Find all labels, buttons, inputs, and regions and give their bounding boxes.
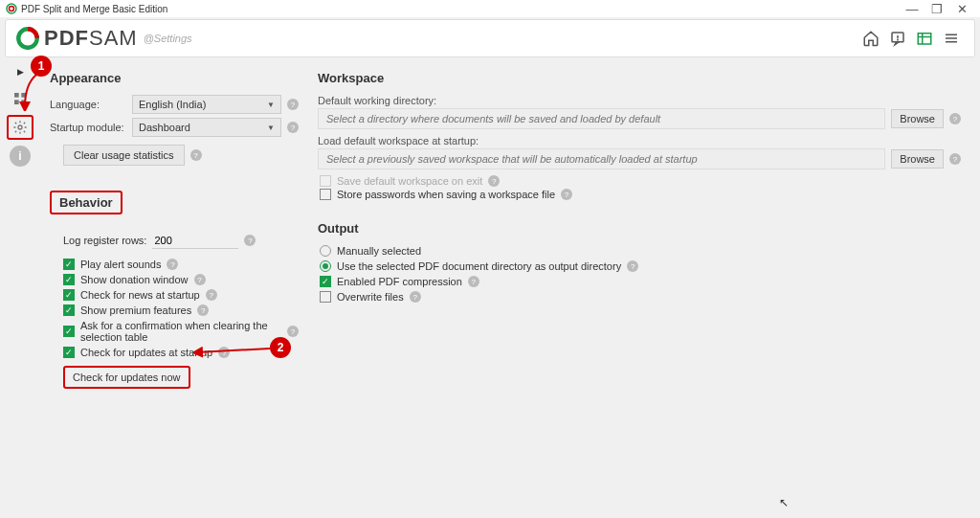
svg-point-0 (7, 4, 16, 13)
output-selected-dir-radio[interactable] (320, 260, 331, 272)
maximize-button[interactable]: ❐ (924, 2, 949, 16)
svg-rect-15 (21, 100, 26, 104)
window-titlebar: PDF Split and Merge Basic Edition — ❐ ✕ (0, 0, 980, 17)
language-label: Language: (50, 99, 126, 110)
window-title: PDF Split and Merge Basic Edition (21, 4, 900, 14)
overwrite-files-checkbox[interactable] (320, 291, 331, 303)
svg-rect-13 (21, 93, 26, 98)
settings-right-column: Workspace Default working directory: Bro… (318, 71, 970, 505)
save-on-exit-checkbox (320, 175, 331, 187)
chevron-down-icon: ▼ (267, 124, 275, 132)
updates-startup-label: Check for updates at startup (80, 347, 212, 358)
close-button[interactable]: ✕ (949, 2, 974, 16)
help-icon[interactable]: ? (218, 347, 230, 358)
logo-text-main: PDF (44, 26, 89, 50)
help-icon[interactable]: ? (488, 175, 500, 187)
help-icon[interactable]: ? (167, 259, 178, 270)
default-dir-input[interactable] (318, 108, 885, 129)
log-rows-label: Log register rows: (63, 235, 146, 246)
check-updates-now-button[interactable]: Check for updates now (63, 366, 190, 389)
app-icon (6, 3, 17, 14)
help-icon[interactable]: ? (410, 291, 421, 303)
overwrite-files-label: Overwrite files (337, 291, 404, 303)
workspace-title: Workspace (318, 71, 961, 85)
annotation-badge-2: 2 (270, 337, 291, 358)
startup-module-select[interactable]: Dashboard▼ (132, 118, 281, 137)
default-dir-label: Default working directory: (318, 95, 961, 106)
help-icon[interactable]: ? (206, 289, 217, 301)
output-title: Output (318, 221, 961, 236)
help-icon[interactable]: ? (244, 235, 256, 246)
settings-left-column: Appearance Language: English (India)▼ ? … (50, 71, 299, 505)
help-icon[interactable]: ? (287, 326, 299, 337)
donation-window-label: Show donation window (80, 274, 189, 285)
load-workspace-label: Load default workspace at startup: (318, 135, 961, 146)
browse-workspace-button[interactable]: Browse (891, 149, 944, 169)
appearance-title: Appearance (50, 71, 299, 85)
annotation-badge-1: 1 (31, 56, 52, 77)
help-icon[interactable]: ? (287, 122, 299, 133)
updates-startup-checkbox[interactable]: ✓ (63, 347, 75, 358)
browse-dir-button[interactable]: Browse (891, 109, 944, 128)
pdf-compression-label: Enabled PDF compression (337, 276, 462, 287)
help-icon[interactable]: ? (949, 153, 961, 165)
news-button[interactable] (911, 25, 938, 52)
svg-point-16 (18, 125, 22, 129)
help-icon[interactable]: ? (197, 304, 209, 316)
svg-rect-6 (918, 34, 931, 44)
sidebar-info-button[interactable]: i (7, 144, 33, 169)
logo-icon (15, 26, 40, 51)
chevron-down-icon: ▼ (267, 101, 275, 109)
breadcrumb: @Settings (144, 33, 192, 44)
save-on-exit-label: Save default workspace on exit (337, 175, 482, 187)
home-button[interactable] (858, 25, 884, 52)
output-selected-dir-label: Use the selected PDF document directory … (337, 260, 621, 272)
pdf-compression-checkbox[interactable]: ✓ (320, 276, 331, 287)
premium-features-label: Show premium features (80, 304, 191, 316)
sidebar-expand-icon[interactable]: ▶ (17, 67, 24, 77)
log-rows-input[interactable] (152, 232, 238, 249)
sidebar-settings-button[interactable] (7, 115, 33, 140)
load-workspace-input[interactable] (318, 148, 885, 169)
svg-point-1 (10, 7, 14, 11)
play-sounds-checkbox[interactable]: ✓ (63, 259, 75, 270)
store-passwords-checkbox[interactable] (320, 189, 331, 200)
svg-rect-12 (14, 93, 19, 98)
premium-features-checkbox[interactable]: ✓ (63, 304, 75, 316)
help-icon[interactable]: ? (949, 113, 961, 124)
minimize-button[interactable]: — (900, 2, 924, 16)
help-icon[interactable]: ? (561, 189, 572, 200)
output-manual-label: Manually selected (337, 245, 421, 257)
svg-rect-14 (14, 100, 19, 104)
app-header: PDFSAM @Settings (5, 19, 975, 57)
donation-window-checkbox[interactable]: ✓ (63, 274, 75, 285)
output-manual-radio[interactable] (320, 245, 331, 257)
store-passwords-label: Store passwords when saving a workspace … (337, 189, 555, 200)
cursor-icon: ↖ (779, 496, 789, 509)
sidebar-dashboard-button[interactable] (7, 86, 33, 111)
play-sounds-label: Play alert sounds (80, 259, 161, 270)
behavior-title: Behavior (50, 191, 122, 214)
clear-usage-stats-button[interactable]: Clear usage statistics (63, 145, 185, 166)
check-news-label: Check for news at startup (80, 289, 200, 301)
check-news-checkbox[interactable]: ✓ (63, 289, 75, 301)
confirm-clear-label: Ask for a confirmation when clearing the… (80, 320, 281, 343)
confirm-clear-checkbox[interactable]: ✓ (63, 326, 75, 337)
notifications-button[interactable] (884, 25, 911, 52)
menu-button[interactable] (938, 25, 965, 52)
sidebar: ▶ i 1 (0, 57, 40, 518)
language-select[interactable]: English (India)▼ (132, 95, 281, 114)
svg-point-5 (898, 39, 899, 40)
help-icon[interactable]: ? (287, 99, 299, 110)
help-icon[interactable]: ? (194, 274, 206, 285)
help-icon[interactable]: ? (468, 276, 479, 287)
logo-text-sub: SAM (89, 26, 138, 50)
help-icon[interactable]: ? (627, 260, 638, 272)
app-logo: PDFSAM (15, 26, 138, 51)
startup-module-label: Startup module: (50, 122, 126, 133)
help-icon[interactable]: ? (190, 149, 202, 161)
